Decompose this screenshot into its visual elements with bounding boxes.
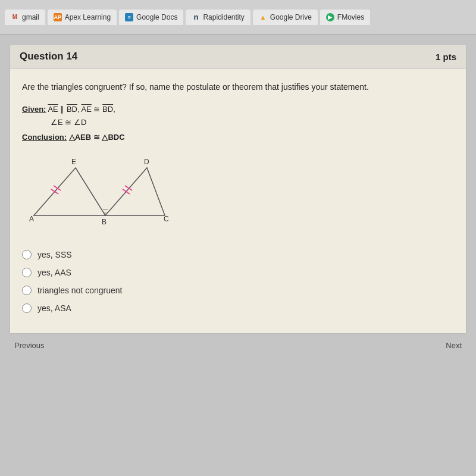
question-points: 1 pts — [436, 52, 456, 62]
radio-asa[interactable] — [22, 303, 32, 313]
option-asa[interactable]: yes, ASA — [22, 303, 454, 313]
svg-line-2 — [51, 189, 58, 194]
question-header: Question 14 1 pts — [10, 45, 466, 69]
option-asa-label: yes, ASA — [37, 303, 71, 313]
svg-text:C: C — [164, 215, 169, 223]
radio-not-congruent[interactable] — [22, 286, 32, 295]
radio-aas[interactable] — [22, 268, 32, 277]
given-line1: AE ∥ BD, AE ≅ BD, — [48, 105, 115, 114]
svg-marker-0 — [34, 168, 105, 215]
option-sss[interactable]: yes, SSS — [22, 250, 454, 259]
tab-fmovies[interactable]: ▶ FMovies — [320, 10, 370, 25]
conclusion-text: △AEB ≅ △BDC — [69, 133, 125, 142]
gdocs-icon: ≡ — [125, 13, 133, 21]
tab-gdocs-label: Google Docs — [136, 13, 177, 21]
svg-text:E: E — [71, 158, 76, 166]
fmovies-icon: ▶ — [326, 13, 334, 21]
prev-button[interactable]: Previous — [14, 341, 45, 350]
svg-marker-1 — [105, 168, 165, 215]
svg-text:A: A — [29, 215, 34, 223]
svg-text:D: D — [144, 158, 149, 166]
option-aas-label: yes, AAS — [37, 268, 71, 277]
apex-icon: AP — [54, 13, 62, 21]
tab-gdrive-label: Google Drive — [270, 13, 312, 21]
question-body: Are the triangles congruent? If so, name… — [10, 69, 466, 333]
tab-gmail[interactable]: M gmail — [5, 10, 45, 25]
option-sss-label: yes, SSS — [37, 250, 72, 259]
svg-line-4 — [123, 189, 130, 194]
question-text: Are the triangles congruent? If so, name… — [22, 81, 454, 93]
answer-choices: yes, SSS yes, AAS triangles not congruen… — [22, 239, 454, 324]
question-card: Question 14 1 pts Are the triangles cong… — [10, 44, 466, 334]
triangle-diagram: E D A B C — [28, 150, 183, 227]
next-button[interactable]: Next — [446, 341, 462, 350]
conclusion-label: Conclusion: — [22, 133, 67, 142]
conclusion-section: Conclusion: △AEB ≅ △BDC — [22, 133, 454, 142]
radio-sss[interactable] — [22, 250, 32, 259]
diagram-container: E D A B C — [28, 150, 183, 227]
given-label: Given: — [22, 105, 46, 114]
gmail-icon: M — [11, 13, 19, 21]
tab-fmovies-label: FMovies — [337, 13, 364, 21]
gdrive-icon: ▲ — [259, 13, 267, 21]
given-section: Given: AE ∥ BD, AE ≅ BD, ∠E ≅ ∠D — [22, 103, 454, 129]
main-content: Question 14 1 pts Are the triangles cong… — [0, 35, 476, 476]
option-aas[interactable]: yes, AAS — [22, 268, 454, 277]
given-line2: ∠E ≅ ∠D — [22, 118, 86, 127]
tab-apex-label: Apex Learning — [65, 13, 111, 21]
option-not-congruent[interactable]: triangles not congruent — [22, 286, 454, 295]
svg-text:B: B — [102, 218, 107, 226]
question-title: Question 14 — [20, 51, 77, 62]
rapid-icon: n — [192, 13, 200, 21]
option-not-congruent-label: triangles not congruent — [37, 286, 122, 295]
tab-gdrive[interactable]: ▲ Google Drive — [253, 10, 318, 25]
tab-gmail-label: gmail — [22, 13, 39, 21]
tab-apex[interactable]: AP Apex Learning — [48, 10, 117, 25]
tab-rapididentity[interactable]: n Rapididentity — [186, 10, 250, 25]
tab-gdocs[interactable]: ≡ Google Docs — [119, 10, 183, 25]
browser-tab-bar: M gmail AP Apex Learning ≡ Google Docs n… — [0, 0, 476, 35]
tab-rapid-label: Rapididentity — [203, 13, 244, 21]
